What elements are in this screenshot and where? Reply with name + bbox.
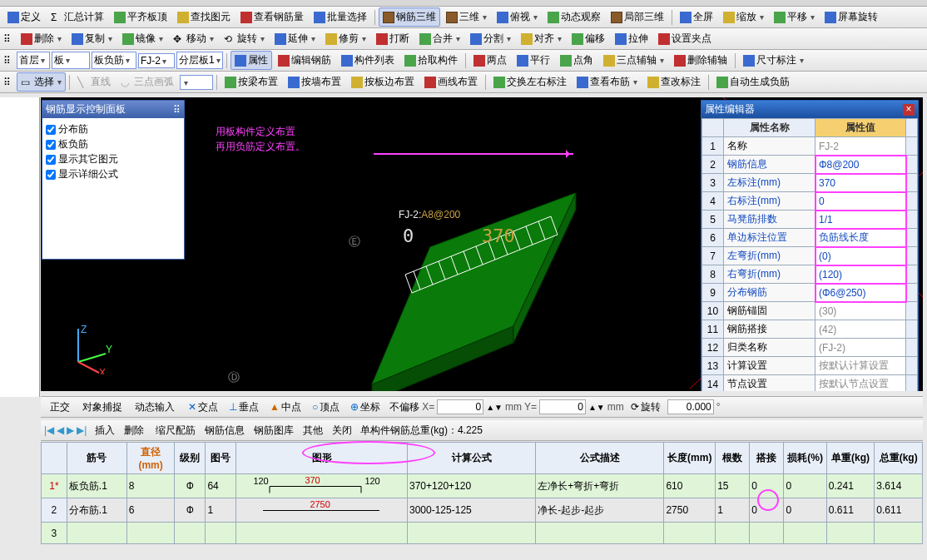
3d-btn[interactable]: 三维 [442,7,491,27]
align-btn[interactable]: 对齐 [517,29,566,48]
res-col-1[interactable]: 筋号 [67,443,126,474]
check-formula[interactable]: 显示详细公式 [46,167,181,181]
prop-row-1[interactable]: 1名称FJ-2 [702,137,918,156]
view-layout-btn[interactable]: 查看布筋 [573,72,642,92]
rebar-display-panel[interactable]: 钢筋显示控制面板 ⠿ 分布筋 板负筋 显示其它图元 显示详细公式 [42,100,185,260]
panel-titlebar[interactable]: 钢筋显示控制面板 ⠿ [42,101,184,118]
rebar-lib-btn[interactable]: 钢筋图库 [250,422,297,439]
res-col-12[interactable]: 单重(kg) [826,443,875,474]
prop-row-7[interactable]: 7左弯折(mm)(0) [702,247,918,265]
nav-last-icon[interactable]: ▶| [77,424,87,436]
check-distribution[interactable]: 分布筋 [46,122,181,136]
two-point-btn[interactable]: 两点 [469,51,511,70]
res-row[interactable]: 2分布筋.16Ф127503000-125-125净长-起步-起步2750100… [42,498,923,523]
res-row[interactable]: 3 [42,523,923,544]
osnap-btn[interactable]: 对象捕捉 [77,398,126,417]
orbit-btn[interactable]: 动态观察 [543,7,605,27]
rebar-3d-btn[interactable]: 钢筋三维 [379,7,440,27]
res-col-10[interactable]: 搭接 [750,443,784,474]
view-rebar-qty-btn[interactable]: 查看钢筋量 [236,7,308,27]
rotate-screen-btn[interactable]: 屏幕旋转 [820,7,882,27]
find-ele-btn[interactable]: 查找图元 [173,7,235,27]
point-angle-btn[interactable]: 点角 [556,51,597,70]
pan-btn[interactable]: 平移 [770,7,819,27]
extend-btn[interactable]: 延伸 [270,29,320,48]
select-tool-btn[interactable]: ▭选择 [17,72,66,92]
prop-row-4[interactable]: 4右标注(mm)0 [702,192,918,211]
parallel-btn[interactable]: 平行 [513,51,554,70]
local3d-btn[interactable]: 局部三维 [607,7,668,27]
offset-btn[interactable]: 偏移 [568,29,609,48]
break-btn[interactable]: 打断 [372,29,414,48]
close-icon[interactable]: × [903,104,915,116]
nav-next-icon[interactable]: ▶ [67,424,74,436]
res-col-3[interactable]: 级别 [175,443,206,474]
offset-mode[interactable]: 不偏移 [389,400,419,414]
edit-rebar-btn[interactable]: 编辑钢筋 [274,51,335,70]
prop-row-5[interactable]: 5马凳筋排数1/1 [702,211,918,229]
delete-btn[interactable]: 删除 [17,29,66,48]
res-col-0[interactable] [42,443,67,474]
delete2-btn[interactable]: 删除 [121,422,147,439]
y-input[interactable] [539,399,586,414]
res-col-5[interactable]: 图形 [236,443,408,474]
prop-titlebar[interactable]: 属性编辑器 × [701,101,918,118]
res-row[interactable]: 1*板负筋.18Ф64120370120370+120+120左净长+弯折+弯折… [42,474,923,498]
three-point-axis-btn[interactable]: 三点辅轴 [599,51,668,70]
join-btn[interactable]: 合并 [415,29,464,48]
collapse-icon[interactable]: ⠿ [173,104,181,116]
rot-input[interactable] [667,399,714,414]
snap-int-btn[interactable]: ✕交点 [184,398,222,417]
zoom-btn[interactable]: 缩放 [719,7,768,27]
result-table[interactable]: 筋号直径(mm)级别图号图形计算公式公式描述长度(mm)根数搭接损耗(%)单重(… [41,442,923,544]
snap-perp-btn[interactable]: ⊥垂点 [225,398,263,417]
subtype-select[interactable]: 板负筋 [92,52,136,69]
by-slab-edge-btn[interactable]: 按板边布置 [347,72,419,92]
res-col-2[interactable]: 直径(mm) [126,443,175,474]
layer-select[interactable]: 分层板1 [176,52,223,69]
prop-row-8[interactable]: 8右弯折(mm)(120) [702,265,918,284]
res-col-9[interactable]: 根数 [716,443,750,474]
res-col-8[interactable]: 长度(mm) [664,443,716,474]
other-btn[interactable]: 其他 [300,422,326,439]
sum-btn[interactable]: Σ汇总计算 [47,7,108,27]
arc3p-btn[interactable]: ◡三点画弧 [116,72,178,92]
move-btn[interactable]: ✥移动 [169,29,218,48]
res-col-4[interactable]: 图号 [206,443,236,474]
check-others[interactable]: 显示其它图元 [46,152,181,166]
copy-btn[interactable]: 复制 [67,29,116,48]
floor-select[interactable]: 首层 [17,52,50,69]
check-negative[interactable]: 板负筋 [46,137,181,151]
ortho-btn[interactable]: 正交 [44,398,74,417]
swap-label-btn[interactable]: 交换左右标注 [489,72,571,92]
prop-row-2[interactable]: 2钢筋信息Φ8@200 [702,156,918,174]
snap-mid-btn[interactable]: ▲中点 [265,398,305,417]
prop-row-10[interactable]: 10钢筋锚固(30) [702,302,918,320]
stretch-btn[interactable]: 拉伸 [611,29,652,48]
prop-row-11[interactable]: 11钢筋搭接(42) [702,320,918,339]
x-input[interactable] [437,399,483,414]
dimension-btn[interactable]: 尺寸标注 [739,51,808,70]
trim-btn[interactable]: 修剪 [321,29,370,48]
snap-end-btn[interactable]: ○顶点 [308,398,344,417]
draw-line-btn[interactable]: 画线布置 [420,72,482,92]
res-col-11[interactable]: 损耗(%) [784,443,826,474]
delete-axis-btn[interactable]: 删除辅轴 [670,51,731,70]
prop-row-13[interactable]: 13计算设置按默认计算设置 [702,357,918,375]
code-select[interactable]: FJ-2 [138,53,175,68]
prop-row-9[interactable]: 9分布钢筋(Φ6@250) [702,284,918,302]
split-btn[interactable]: 分割 [466,29,515,48]
prop-row-12[interactable]: 12归类名称(FJ-2) [702,339,918,357]
snap-coord-btn[interactable]: ⊕坐标 [346,398,384,417]
scale-rebar-btn[interactable]: 缩尺配筋 [152,422,199,439]
align-top-btn[interactable]: 平齐板顶 [110,7,171,27]
nav-prev-icon[interactable]: ◀ [57,424,64,436]
edit-label-btn[interactable]: 查改标注 [643,72,705,92]
draw-mode-select[interactable] [180,75,213,90]
rotate-btn[interactable]: ⟲旋转 [220,29,269,48]
component-list-btn[interactable]: 构件列表 [337,51,399,70]
prop-row-14[interactable]: 14节点设置按默认节点设置 [702,375,918,392]
res-col-13[interactable]: 总重(kg) [875,443,923,474]
drawing-canvas[interactable]: 钢筋显示控制面板 ⠿ 分布筋 板负筋 显示其它图元 显示详细公式 用板构件定义布… [41,97,923,391]
close-btn[interactable]: 关闭 [329,422,355,439]
